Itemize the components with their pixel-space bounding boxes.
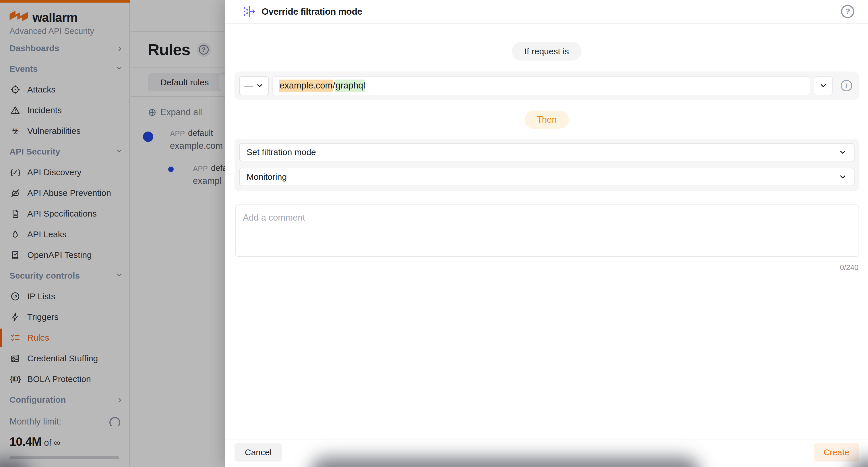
chevron-down-icon — [838, 148, 847, 156]
action-group: Set filtration mode Monitoring — [235, 139, 859, 191]
chevron-down-icon — [838, 173, 847, 181]
chevron-down-icon — [819, 81, 828, 90]
filtration-mode-icon — [243, 5, 256, 18]
path-token: graphql — [335, 80, 365, 92]
modal-help-button[interactable]: ? — [841, 5, 854, 18]
action-type-select[interactable]: Set filtration mode — [239, 143, 855, 162]
modal-header: Override filtration mode ? — [225, 0, 868, 24]
info-icon[interactable]: i — [841, 80, 852, 91]
filtration-mode-select[interactable]: Monitoring — [239, 168, 855, 186]
create-button[interactable]: Create — [814, 443, 859, 462]
if-request-is-pill: If request is — [512, 42, 582, 61]
separator-token: / — [333, 80, 335, 91]
chevron-down-icon — [256, 82, 264, 90]
modal-title: Override filtration mode — [261, 6, 362, 17]
condition-row: — example.com / graphql i — [235, 71, 859, 100]
host-token: example.com — [279, 80, 333, 92]
modal-footer: Cancel Create — [225, 439, 868, 467]
condition-value-input[interactable]: example.com / graphql — [272, 76, 810, 95]
comment-textarea[interactable] — [236, 204, 859, 257]
char-counter: 0/240 — [840, 263, 859, 272]
app-root: wallarm Advanced API Security Dashboards… — [0, 0, 868, 467]
cancel-button[interactable]: Cancel — [235, 443, 282, 462]
condition-operator-select[interactable]: — — [239, 76, 269, 95]
override-filtration-modal: Override filtration mode ? If request is… — [225, 0, 868, 467]
then-pill: Then — [524, 111, 569, 129]
comment-field-wrap — [236, 204, 859, 257]
condition-expand-button[interactable] — [814, 76, 833, 95]
